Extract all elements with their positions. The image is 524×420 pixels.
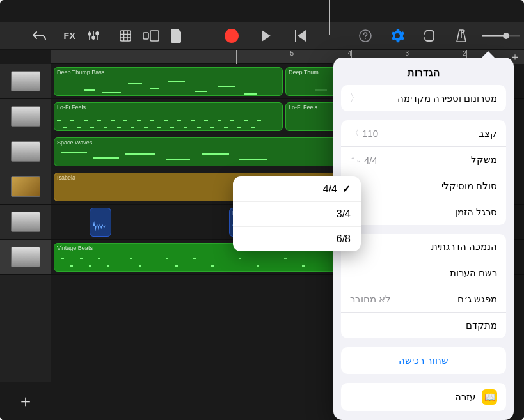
jam-session-row[interactable]: מפגש ג׳ם לא מחובר (341, 286, 506, 313)
fadeout-row[interactable]: הנמכה הדרגתית (341, 234, 506, 260)
jam-value: לא מחובר (350, 293, 391, 305)
settings-button[interactable] (386, 24, 409, 47)
svg-rect-0 (143, 33, 148, 39)
callout-line (329, 0, 330, 35)
go-to-start-button[interactable] (289, 24, 312, 47)
metronome-row[interactable]: מטרונום וספירה מקדימה 〈 (341, 85, 506, 111)
updown-icon: ⌃⌄ (350, 156, 361, 164)
ruler-tick: 5 (290, 50, 294, 57)
help-row[interactable]: 📖 עזרה (341, 383, 506, 411)
region-label: Deep Thump Bass (54, 68, 282, 77)
help-button[interactable] (354, 24, 377, 47)
time-sig-option[interactable]: 6/8 (233, 227, 361, 251)
row-label: מפגש ג׳ם (457, 293, 497, 305)
chevron-left-icon: 〈 (350, 127, 360, 139)
row-label: מטרונום וספירה מקדימה (397, 93, 497, 104)
tempo-row[interactable]: קצב 〈110 (341, 120, 506, 147)
region-label: Lo-Fi Feels (54, 103, 282, 112)
ruler-tick: 4 (347, 50, 351, 57)
my-songs-button[interactable] (165, 24, 188, 47)
add-track-button[interactable]: ＋ (0, 382, 51, 420)
svg-rect-2 (120, 31, 131, 41)
svg-point-7 (365, 38, 366, 40)
row-label: הנמכה הדרגתית (431, 241, 497, 253)
track-header[interactable] (0, 205, 51, 240)
row-label: סרגל הזמן (455, 206, 497, 218)
key-signature-row[interactable]: סולם מוסיקלי (341, 173, 506, 199)
popover-title: הגדרות (333, 58, 514, 85)
tempo-value: 110 (362, 128, 378, 139)
row-label: קצב (479, 128, 497, 139)
loop-browser-button[interactable] (418, 24, 441, 47)
svg-rect-1 (150, 31, 159, 41)
restore-purchase-button[interactable]: שחזר רכישה (341, 347, 506, 374)
track-header[interactable] (0, 240, 51, 275)
option-label: 4/4 (323, 183, 337, 195)
advanced-row[interactable]: מתקדם (341, 313, 506, 338)
svg-point-5 (96, 32, 99, 35)
option-label: 6/8 (337, 233, 351, 245)
row-label: עזרה (455, 391, 475, 403)
option-label: 3/4 (337, 208, 351, 220)
notepad-row[interactable]: רשם הערות (341, 260, 506, 286)
ruler-row[interactable]: סרגל הזמן (341, 199, 506, 225)
svg-point-4 (92, 36, 95, 39)
record-button[interactable] (220, 24, 243, 47)
row-label: סולם מוסיקלי (441, 180, 497, 192)
midi-region[interactable]: Lo-Fi Feels (54, 102, 283, 131)
main-toolbar: FX (0, 22, 524, 50)
row-label: משקל (471, 154, 497, 166)
check-icon: ✓ (342, 183, 351, 195)
browser-button[interactable] (139, 24, 163, 47)
track-headers: ＋ (0, 64, 51, 420)
metronome-button[interactable] (450, 24, 473, 47)
time-signature-menu: 4/4 ✓ 3/4 6/8 (233, 176, 361, 251)
time-sig-option[interactable]: 4/4 ✓ (233, 176, 361, 202)
ruler-tick: 2 (463, 50, 466, 57)
time-signature-row[interactable]: משקל ⌃⌄4/4 (341, 147, 506, 173)
book-icon: 📖 (482, 389, 497, 405)
row-label: מתקדם (466, 320, 497, 331)
grid-view-button[interactable] (114, 24, 137, 47)
undo-button[interactable] (28, 24, 51, 47)
mixer-button[interactable] (82, 24, 105, 47)
audio-region[interactable] (90, 208, 111, 237)
play-button[interactable] (255, 24, 278, 47)
track-header[interactable] (0, 169, 51, 205)
row-label: רשם הערות (450, 267, 497, 279)
track-header[interactable] (0, 64, 51, 99)
fx-button[interactable]: FX (60, 24, 79, 47)
midi-region[interactable]: Deep Thump Bass (54, 67, 283, 96)
ruler-tick: 3 (405, 50, 409, 57)
track-header[interactable] (0, 99, 51, 134)
time-sig-value: 4/4 (364, 155, 377, 166)
master-volume[interactable] (482, 24, 520, 47)
svg-point-3 (88, 33, 91, 35)
track-header[interactable] (0, 134, 51, 169)
time-sig-option[interactable]: 3/4 (233, 202, 361, 227)
chevron-left-icon: 〈 (350, 92, 360, 104)
svg-point-10 (503, 33, 509, 39)
